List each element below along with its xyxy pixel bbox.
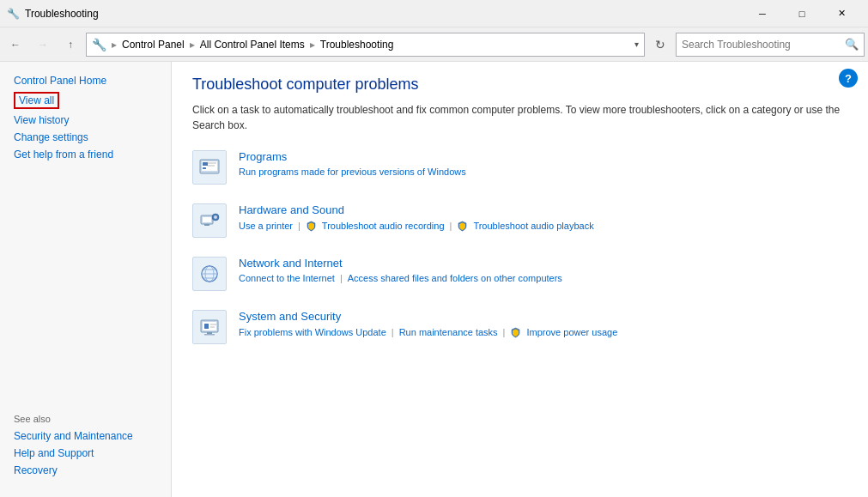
sidebar-item-view-all[interactable]: View all: [14, 92, 59, 109]
audio-recording-link[interactable]: Troubleshoot audio recording: [322, 221, 445, 231]
network-icon: [192, 257, 227, 291]
page-title: Troubleshoot computer problems: [192, 76, 847, 94]
svg-rect-3: [203, 167, 206, 169]
minimize-button[interactable]: ─: [743, 0, 782, 27]
svg-rect-2: [203, 162, 208, 166]
system-security-link[interactable]: System and Security: [239, 310, 617, 323]
search-box: 🔍: [676, 33, 865, 57]
shield-icon-audio-playback: [457, 220, 470, 232]
sidebar-item-recovery[interactable]: Recovery: [0, 462, 171, 479]
svg-rect-10: [204, 224, 209, 226]
see-also-label: See also: [0, 403, 171, 427]
programs-links: Run programs made for previous versions …: [239, 167, 466, 177]
svg-rect-7: [203, 217, 211, 222]
hardware-icon: [192, 203, 227, 238]
svg-rect-5: [208, 165, 215, 167]
search-input[interactable]: [682, 39, 845, 51]
search-icon[interactable]: 🔍: [845, 38, 859, 51]
hardware-links: Use a printer | Troubleshoot audio recor…: [239, 220, 594, 232]
use-printer-link[interactable]: Use a printer: [239, 221, 293, 231]
window-controls: ─ □ ✕: [743, 0, 861, 27]
window-title: Troubleshooting: [25, 8, 99, 20]
system-security-icon: [192, 310, 227, 344]
content-area: ? Troubleshoot computer problems Click o…: [172, 62, 868, 497]
path-all-items[interactable]: All Control Panel Items: [200, 39, 305, 51]
hardware-details: Hardware and Sound Use a printer | Troub…: [239, 203, 594, 232]
network-links: Connect to the Internet | Access shared …: [239, 273, 562, 283]
close-button[interactable]: ✕: [822, 0, 861, 27]
svg-rect-19: [204, 324, 209, 329]
access-shared-files-link[interactable]: Access shared files and folders on other…: [348, 273, 562, 283]
connect-internet-link[interactable]: Connect to the Internet: [239, 273, 335, 283]
system-security-details: System and Security Fix problems with Wi…: [239, 310, 617, 338]
refresh-button[interactable]: ↻: [648, 33, 672, 57]
sidebar-item-control-panel-home[interactable]: Control Panel Home: [0, 72, 171, 89]
svg-rect-22: [207, 332, 212, 334]
sidebar-item-view-history[interactable]: View history: [0, 112, 171, 129]
windows-update-link[interactable]: Fix problems with Windows Update: [239, 327, 386, 337]
address-path: 🔧 ▸ Control Panel ▸ All Control Panel It…: [86, 33, 645, 57]
sidebar-item-change-settings[interactable]: Change settings: [0, 129, 171, 146]
path-troubleshooting[interactable]: Troubleshooting: [320, 39, 394, 51]
maintenance-tasks-link[interactable]: Run maintenance tasks: [399, 327, 498, 337]
help-button[interactable]: ?: [839, 69, 858, 88]
sidebar-item-security-maintenance[interactable]: Security and Maintenance: [0, 427, 171, 445]
svg-rect-4: [208, 162, 216, 164]
path-control-panel[interactable]: Control Panel: [122, 39, 185, 51]
hardware-link[interactable]: Hardware and Sound: [239, 203, 594, 216]
sidebar-item-help-support[interactable]: Help and Support: [0, 445, 171, 462]
address-bar: ← → ↑ 🔧 ▸ Control Panel ▸ All Control Pa…: [0, 27, 868, 62]
svg-rect-21: [210, 326, 215, 328]
category-network: Network and Internet Connect to the Inte…: [192, 257, 847, 291]
page-description: Click on a task to automatically trouble…: [192, 102, 847, 133]
main-content: Control Panel Home View all View history…: [0, 62, 868, 497]
programs-link[interactable]: Programs: [239, 150, 466, 163]
title-bar: 🔧 Troubleshooting ─ □ ✕: [0, 0, 868, 27]
sidebar-item-get-help[interactable]: Get help from a friend: [0, 146, 171, 163]
run-programs-link[interactable]: Run programs made for previous versions …: [239, 167, 466, 177]
svg-point-16: [202, 266, 217, 282]
system-security-links: Fix problems with Windows Update | Run m…: [239, 326, 617, 338]
programs-icon: [192, 150, 227, 185]
programs-details: Programs Run programs made for previous …: [239, 150, 466, 177]
sidebar: Control Panel Home View all View history…: [0, 62, 172, 497]
category-system-security: System and Security Fix problems with Wi…: [192, 310, 847, 344]
audio-playback-link[interactable]: Troubleshoot audio playback: [473, 221, 593, 231]
network-link[interactable]: Network and Internet: [239, 257, 562, 270]
forward-button[interactable]: →: [31, 33, 55, 57]
path-dropdown-icon[interactable]: ▾: [634, 39, 639, 49]
svg-rect-20: [210, 324, 216, 325]
back-button[interactable]: ←: [3, 33, 27, 57]
category-programs: Programs Run programs made for previous …: [192, 150, 847, 185]
network-details: Network and Internet Connect to the Inte…: [239, 257, 562, 283]
app-icon: 🔧: [7, 8, 20, 20]
path-icon: 🔧: [92, 38, 106, 52]
svg-point-9: [214, 215, 217, 219]
category-hardware: Hardware and Sound Use a printer | Troub…: [192, 203, 847, 238]
power-usage-link[interactable]: Improve power usage: [526, 327, 617, 337]
up-button[interactable]: ↑: [58, 33, 82, 57]
shield-icon-power: [510, 326, 523, 338]
svg-rect-23: [204, 334, 215, 336]
shield-icon-audio-recording: [306, 220, 319, 232]
maximize-button[interactable]: □: [782, 0, 822, 27]
